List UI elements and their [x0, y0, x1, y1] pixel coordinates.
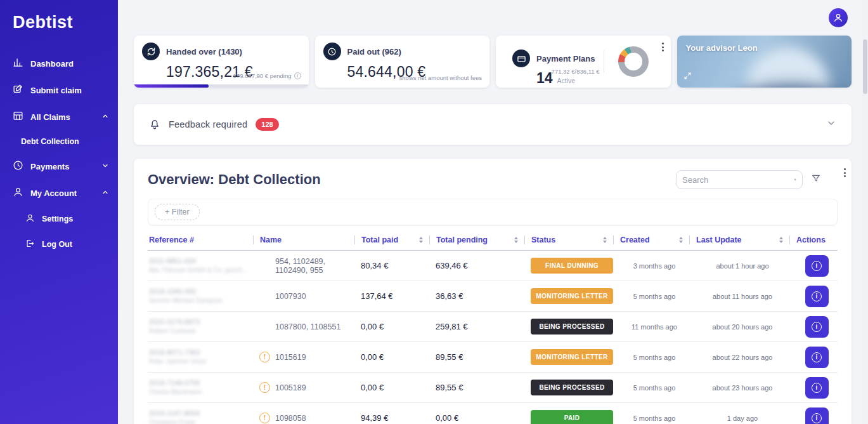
sidebar-item-label: Dashboard: [30, 59, 74, 69]
warning-icon: !: [259, 382, 270, 393]
feedback-required-bar[interactable]: Feedback required 128: [134, 104, 852, 145]
last-update: about 1 hour ago: [689, 262, 789, 270]
column-header-actions: Actions: [789, 235, 838, 244]
created-at: 5 months ago: [613, 293, 689, 300]
status-badge: MONITORING LETTER: [531, 349, 613, 365]
sidebar-item-submit-claim[interactable]: Submit claim: [0, 77, 118, 103]
chevron-down-icon: [101, 162, 109, 171]
column-header-name[interactable]: Name: [253, 235, 354, 244]
column-header-created[interactable]: Created: [613, 235, 689, 244]
search-box: [676, 170, 803, 189]
payment-plans-title: Payment Plans: [536, 54, 595, 63]
row-info-button[interactable]: i: [805, 286, 829, 307]
all-claims-icon: [13, 110, 23, 123]
sidebar-item-dashboard[interactable]: Dashboard: [0, 50, 118, 77]
row-info-button[interactable]: i: [805, 377, 829, 399]
table-row[interactable]: 2018-8071-7362Peter Jammer Victor !10156…: [148, 342, 838, 373]
chevron-down-icon[interactable]: [826, 118, 836, 131]
total-pending: 89,55 €: [429, 383, 524, 392]
topbar: [134, 0, 852, 36]
paid-out-title: Paid out (962): [347, 47, 401, 56]
feedback-count-badge: 128: [256, 118, 278, 131]
row-info-button[interactable]: i: [805, 255, 829, 277]
column-header-reference[interactable]: Reference #: [148, 235, 253, 244]
column-header-last-update[interactable]: Last Update: [689, 235, 789, 244]
created-at: 11 months ago: [613, 323, 689, 331]
sort-icon[interactable]: [419, 237, 423, 243]
paid-out-card: Paid out (962) 54.644,00 € shows net amo…: [315, 36, 490, 88]
scrollbar-thumb[interactable]: [863, 39, 867, 94]
sidebar: Debtist Dashboard Submit claim All Claim…: [0, 0, 118, 424]
expand-icon[interactable]: [683, 71, 692, 83]
sidebar-item-log-out[interactable]: Log Out: [0, 232, 118, 257]
user-avatar[interactable]: [829, 8, 848, 27]
claim-name: 1087800, 1108551: [275, 322, 340, 331]
reference-redacted: 2022-0179-8873Robert Cushond: [148, 317, 253, 335]
handed-over-card: Handed over (1430) 197.365,21 € 179.697,…: [134, 36, 309, 88]
table-row[interactable]: 2011-9851-034Abc Trilexum GmbH & Co. ges…: [148, 251, 838, 281]
status-badge: PAID: [531, 410, 613, 424]
payment-plans-ratio: 771,32 €/836,11 €: [552, 68, 600, 75]
row-info-button[interactable]: i: [805, 316, 829, 338]
info-icon: i: [812, 383, 822, 393]
kebab-menu-icon[interactable]: [660, 41, 666, 53]
created-at: 5 months ago: [613, 354, 689, 361]
sidebar-item-settings[interactable]: Settings: [0, 206, 118, 232]
handed-over-pending-note: 179.697,90 € pending: [233, 72, 292, 79]
sidebar-item-all-claims[interactable]: All Claims: [0, 103, 118, 130]
row-info-button[interactable]: i: [805, 347, 829, 368]
add-filter-button[interactable]: + Filter: [155, 204, 200, 220]
total-pending: 89,55 €: [429, 352, 524, 362]
sidebar-item-my-account[interactable]: My Account: [0, 180, 118, 206]
sort-icon[interactable]: [779, 237, 783, 243]
claim-name: 1005189: [275, 383, 306, 392]
sidebar-item-debt-collection[interactable]: Debt Collection: [0, 130, 118, 153]
sidebar-item-label: My Account: [30, 189, 77, 198]
feedback-label: Feedback required: [169, 119, 247, 129]
payment-plans-icon: [512, 50, 530, 67]
payments-icon: [13, 160, 23, 173]
row-info-button[interactable]: i: [805, 407, 829, 424]
filter-funnel-icon[interactable]: [811, 173, 821, 186]
column-header-total-paid[interactable]: Total paid: [354, 235, 429, 244]
sidebar-item-label: Settings: [42, 215, 73, 223]
total-pending: 36,63 €: [429, 291, 524, 301]
filter-bar: + Filter: [148, 199, 838, 225]
sidebar-item-label: Debt Collection: [21, 137, 79, 146]
page-title: Overview: Debt Collection: [148, 171, 321, 188]
reference-redacted: 2018-8071-7362Peter Jammer Victor: [148, 348, 253, 366]
dashboard-icon: [13, 57, 23, 70]
page-scrollbar[interactable]: [862, 0, 868, 424]
sidebar-item-payments[interactable]: Payments: [0, 153, 118, 180]
warning-icon: !: [259, 413, 270, 423]
sort-icon[interactable]: [603, 237, 607, 243]
sort-icon[interactable]: [679, 237, 683, 243]
overview-card: Overview: Debt Collection + Filter Refer…: [134, 159, 852, 424]
table-row[interactable]: 2018-7148-0755Christa Blackmann !1005189…: [148, 373, 838, 403]
table-row[interactable]: 2019-1147-8004Christiane Frank !1098058 …: [148, 403, 838, 424]
handed-over-icon: [142, 43, 160, 60]
column-header-total-pending[interactable]: Total pending: [429, 235, 524, 244]
table-row[interactable]: 2022-0179-8873Robert Cushond !1087800, 1…: [148, 312, 838, 342]
sort-icon[interactable]: [514, 237, 518, 243]
search-input[interactable]: [682, 175, 794, 185]
settings-icon: [25, 213, 35, 225]
info-icon: i: [812, 413, 822, 423]
advisor-card[interactable]: Your advisor Leon: [677, 36, 852, 88]
info-icon: i: [812, 261, 822, 271]
last-update: about 22 hours ago: [689, 354, 789, 361]
sidebar-item-label: Log Out: [42, 240, 72, 249]
table-row[interactable]: 2018-1045-992Severin Michael Sampson !10…: [148, 281, 838, 312]
kebab-menu-icon[interactable]: [842, 166, 848, 179]
stats-row: Handed over (1430) 197.365,21 € 179.697,…: [134, 36, 852, 88]
warning-icon: !: [259, 352, 270, 362]
last-update: 1 day ago: [689, 414, 789, 422]
total-paid: 0,00 €: [354, 322, 429, 331]
sidebar-item-label: Submit claim: [30, 86, 82, 95]
info-icon: i: [812, 322, 822, 332]
claim-name: 1098058: [275, 414, 306, 423]
column-header-status[interactable]: Status: [524, 235, 613, 244]
main-content: Handed over (1430) 197.365,21 € 179.697,…: [118, 0, 868, 424]
search-icon: [794, 175, 796, 184]
reference-redacted: 2019-1147-8004Christiane Frank: [148, 409, 253, 424]
